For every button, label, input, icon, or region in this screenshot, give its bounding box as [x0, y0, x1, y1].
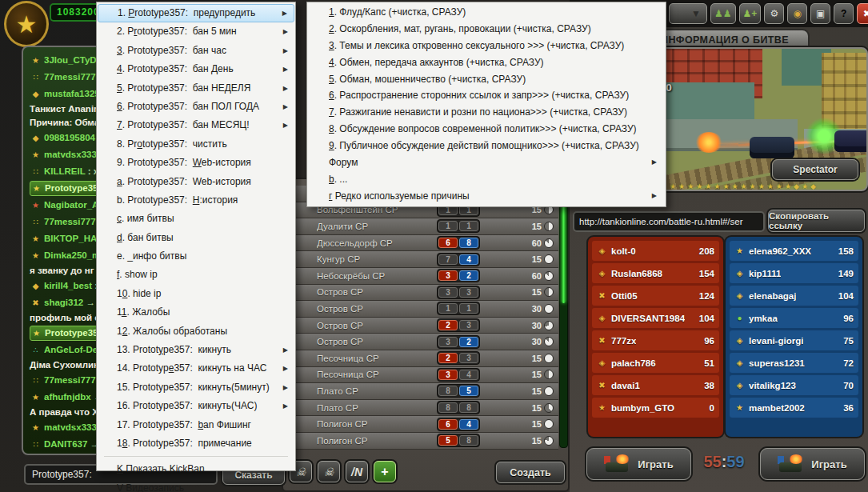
- team-player-row[interactable]: ◈kip1111149: [730, 263, 858, 283]
- chat-player-name[interactable]: Prototype357: [45, 183, 103, 193]
- menu-item[interactable]: 9. Prototype357: Web-история: [98, 154, 294, 172]
- chat-player-name[interactable]: 77messi777: [44, 217, 96, 226]
- chat-player-name[interactable]: afhufnjdbx: [44, 392, 91, 402]
- team-player-row[interactable]: ◈elenabagaj104: [730, 286, 858, 306]
- menu-item[interactable]: 9. Публичное обсуждение действий помощни…: [308, 138, 665, 154]
- team-player-row[interactable]: ◈Ruslan6868154: [592, 263, 719, 283]
- menu-item[interactable]: f. show ip: [98, 266, 294, 284]
- menu-item[interactable]: Форум▶: [308, 154, 665, 171]
- battle-row[interactable]: Песочница СР3415: [286, 367, 558, 384]
- team-player-row[interactable]: ✖Otti05124: [592, 286, 719, 306]
- menu-item[interactable]: 8. Prototype357: чистить: [98, 135, 294, 154]
- battle-row[interactable]: Дуалити СР1115: [286, 218, 558, 235]
- team-player-row[interactable]: ★mambet200236: [730, 398, 858, 418]
- menu-item[interactable]: c. имя битвы: [98, 210, 294, 228]
- menu-item[interactable]: 6. Распространение сторонних ссылок и за…: [308, 87, 665, 104]
- menu-item[interactable]: a. Prototype357: Web-история: [98, 173, 294, 191]
- fullscreen-button[interactable]: ▣: [810, 3, 830, 24]
- team-player-row[interactable]: ◈vitalikg12370: [730, 375, 858, 395]
- battle-row[interactable]: Остров СР3315: [286, 285, 558, 302]
- battle-link-input[interactable]: [573, 211, 765, 232]
- menu-item[interactable]: K Показать KickBan: [98, 460, 294, 478]
- menu-item[interactable]: 11. Жалобы: [98, 303, 294, 322]
- battle-row[interactable]: Кунгур СР7415: [286, 251, 558, 268]
- close-button[interactable]: ✖: [857, 3, 868, 24]
- play-blue-button[interactable]: Играть: [760, 448, 865, 480]
- menu-item[interactable]: 8. Обсуждение вопросов современной полит…: [308, 121, 665, 138]
- battle-row[interactable]: Небоскрёбы СР3260: [286, 268, 558, 285]
- menu-item[interactable]: 1. Флуд/Капс (+чистка, СРАЗУ): [308, 4, 665, 21]
- crosshair-filter-button[interactable]: +: [374, 461, 396, 482]
- chat-player-name[interactable]: matvdsx333: [44, 150, 97, 159]
- battle-row[interactable]: Плато СР8515: [286, 383, 558, 400]
- menu-item[interactable]: 5. Prototype357: бан НЕДЕЛЯ▶: [98, 79, 294, 98]
- menu-item[interactable]: 2. Оскорбления, мат, ругань, провокации …: [308, 21, 665, 38]
- menu-item[interactable]: 7. Разжигание ненависти и розни по нацио…: [308, 104, 665, 121]
- menu-item[interactable]: e. _инфо битвы: [98, 247, 294, 266]
- menu-item[interactable]: 14. Prototype357: кикнуть на ЧАС▶: [98, 359, 294, 378]
- add-friend-button[interactable]: ♟+: [739, 3, 762, 24]
- battle-row[interactable]: Остров СР3230: [286, 334, 558, 350]
- chat-player-name[interactable]: shagi312: [44, 298, 83, 307]
- battle-row[interactable]: Дюссельдорф СР6860: [286, 235, 558, 252]
- menu-item[interactable]: 5. Обман, мошенничество (+чистка, СРАЗУ): [308, 71, 665, 88]
- settings-button[interactable]: ⚙: [764, 3, 784, 24]
- chat-player-name[interactable]: 0988195804: [44, 133, 95, 142]
- chat-player-name[interactable]: matvdsx333: [44, 422, 97, 432]
- chat-player-name[interactable]: kirill4_best: [44, 281, 92, 290]
- menu-item[interactable]: b. Prototype357: H:история: [98, 191, 294, 210]
- menu-item[interactable]: d. бан битвы: [98, 229, 294, 247]
- chat-player-name[interactable]: 77messi777: [44, 375, 96, 385]
- tdm-filter-button[interactable]: ☠: [318, 461, 340, 482]
- battle-row[interactable]: Плато СР8815: [286, 400, 558, 417]
- menu-item[interactable]: г Редко используемые причины▶: [308, 188, 665, 205]
- spectator-button[interactable]: Spectator: [772, 159, 858, 180]
- menu-item[interactable]: 3. Prototype357: бан час▶: [98, 42, 294, 60]
- menu-item[interactable]: 16. Prototype357: кикнуть(ЧАС)▶: [98, 397, 294, 415]
- create-battle-button[interactable]: Создать: [496, 462, 565, 483]
- menu-item[interactable]: 4. Обмен, передача аккаунтов (+чистка, С…: [308, 54, 665, 71]
- team-player-row[interactable]: ◈DIVERSANT1984104: [592, 308, 719, 328]
- team-player-row[interactable]: ✖davai138: [592, 375, 719, 395]
- menu-item[interactable]: 2. Prototype357: бан 5 мин▶: [98, 22, 294, 41]
- chat-player-name[interactable]: 77messi777: [44, 72, 96, 82]
- chat-player-name[interactable]: KILLREIL: [44, 166, 86, 176]
- record-button[interactable]: ◉: [787, 3, 807, 24]
- menu-item[interactable]: 13. Prototype357: кикнуть▶: [98, 341, 294, 359]
- play-red-button[interactable]: Играть: [586, 448, 691, 480]
- menu-item[interactable]: 18. Prototype357: примечание: [98, 434, 294, 453]
- menu-item[interactable]: 4. Prototype357: бан День▶: [98, 60, 294, 78]
- chat-player-name[interactable]: mustafa1325: [44, 89, 100, 98]
- chat-player-name[interactable]: DANIT637: [44, 439, 87, 449]
- menu-item[interactable]: V Видеозапись: [98, 479, 294, 492]
- battle-row[interactable]: Полигон СР6415: [286, 416, 558, 433]
- help-button[interactable]: ?: [834, 3, 854, 24]
- team-player-row[interactable]: ●ymkaa96: [730, 308, 858, 328]
- menu-item[interactable]: 1. Prototype357: предупредить▶: [98, 4, 294, 22]
- scrollbar-thumb[interactable]: [562, 193, 566, 303]
- menu-item[interactable]: 3. Темы и лексика откровенно сексуальног…: [308, 38, 665, 54]
- team-player-row[interactable]: ◈kolt-0208: [592, 241, 719, 261]
- format-filter-button[interactable]: /N: [346, 461, 368, 482]
- team-player-row[interactable]: ◈superas123172: [730, 353, 858, 373]
- team-player-row[interactable]: ★bumbym_GTO0: [592, 398, 719, 418]
- menu-item[interactable]: 15. Prototype357: кикнуть(5минут)▶: [98, 378, 294, 397]
- menu-item[interactable]: 17. Prototype357: ban Фишинг: [98, 416, 294, 434]
- chat-player-name[interactable]: Prototype357: [45, 328, 103, 338]
- battle-list-scrollbar[interactable]: [559, 189, 568, 448]
- battle-list-dropdown-button[interactable]: ▼: [669, 3, 707, 24]
- team-player-row[interactable]: ★elena962_XXX158: [730, 241, 858, 261]
- menu-item[interactable]: 6. Prototype357: бан ПОЛ ГОДА▶: [98, 98, 294, 116]
- team-player-row[interactable]: ◈palach78651: [592, 353, 719, 373]
- battle-row[interactable]: Остров СР1130: [286, 301, 558, 318]
- copy-link-button[interactable]: Скопировать ссылку: [768, 210, 865, 232]
- menu-item[interactable]: 12. Жалобы обработаны: [98, 322, 294, 341]
- team-player-row[interactable]: ◈levani-giorgi75: [730, 330, 858, 350]
- battle-row[interactable]: Остров СР2330: [286, 318, 558, 334]
- menu-item[interactable]: 7. Prototype357: бан МЕСЯЦ!▶: [98, 116, 294, 134]
- friends-button[interactable]: ♟♟: [710, 3, 736, 24]
- team-player-row[interactable]: ✖777zx96: [592, 330, 719, 350]
- menu-item[interactable]: b. ...: [308, 171, 665, 188]
- menu-item[interactable]: 10. hide ip: [98, 285, 294, 303]
- battle-row[interactable]: Полигон СР5815: [286, 433, 558, 450]
